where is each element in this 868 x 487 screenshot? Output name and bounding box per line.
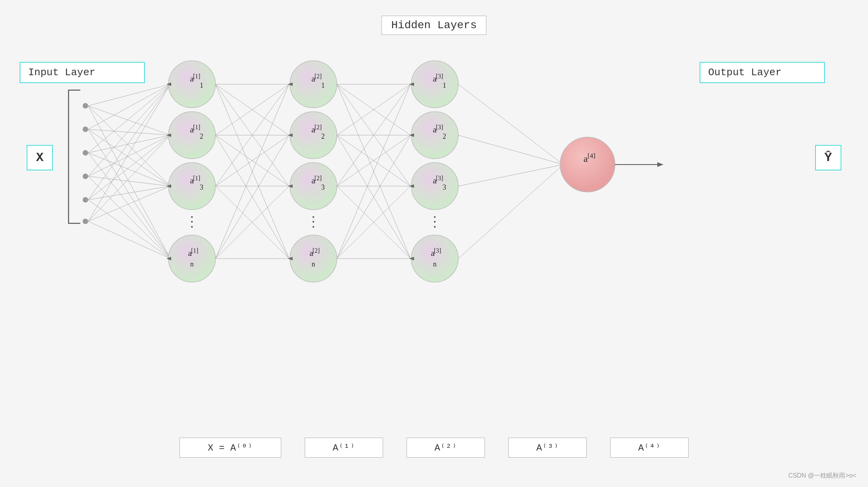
svg-line-97 [458,165,563,186]
svg-text:2: 2 [200,132,203,140]
l1-node-3 [168,163,215,210]
svg-text:2: 2 [321,132,325,140]
svg-line-9 [88,84,170,153]
svg-text:a: a [584,154,588,164]
l1-node-n [168,235,215,282]
svg-line-21 [88,84,170,221]
svg-line-16 [88,176,170,259]
input-node-4 [83,174,88,179]
svg-text:[4]: [4] [588,152,595,159]
bottom-label-a1: A⁽¹⁾ [305,438,383,458]
svg-text:[3]: [3] [436,124,443,130]
input-node-5 [83,197,88,203]
svg-text:[1]: [1] [193,73,201,80]
bottom-label-x: X = A⁽⁰⁾ [179,438,281,458]
svg-text:3: 3 [200,183,203,191]
svg-text:1: 1 [321,81,325,89]
l2-node-n [290,235,337,282]
svg-text:⋮: ⋮ [185,215,199,231]
svg-text:[1]: [1] [191,247,199,254]
l2-node-2 [290,112,337,159]
svg-line-1 [88,84,170,106]
svg-text:[3]: [3] [436,175,443,181]
l2-node-3 [290,163,337,210]
input-node-1 [83,103,88,109]
svg-text:⋮: ⋮ [428,215,442,231]
svg-line-14 [88,135,170,176]
l2-node-1 [290,61,337,108]
svg-line-8 [88,129,170,259]
input-node-3 [83,150,88,156]
svg-text:[3]: [3] [434,247,441,254]
svg-text:[2]: [2] [315,124,322,130]
svg-text:3: 3 [321,183,325,191]
svg-line-5 [88,84,170,129]
l3-node-1 [411,61,458,108]
l1-node-1 [168,61,215,108]
svg-line-3 [88,106,170,186]
svg-text:[3]: [3] [436,73,443,80]
svg-line-18 [88,135,170,200]
input-node-6 [83,219,88,224]
svg-text:[2]: [2] [313,247,320,254]
svg-text:⋮: ⋮ [306,215,320,231]
svg-line-22 [88,135,170,221]
svg-text:n: n [312,260,315,268]
svg-line-23 [88,186,170,221]
input-node-2 [83,127,88,132]
svg-text:[1]: [1] [193,175,201,181]
svg-text:[2]: [2] [315,73,322,80]
svg-line-95 [458,84,563,165]
bottom-labels-container: X = A⁽⁰⁾ A⁽¹⁾ A⁽²⁾ A⁽³⁾ A⁽⁴⁾ [0,438,868,458]
l3-node-2 [411,112,458,159]
svg-text:n: n [433,260,437,268]
main-container: Hidden Layers Input Layer Output Layer X… [0,0,868,487]
l1-to-l2-connections [215,84,289,259]
l3-to-output-connections [458,84,563,259]
network-diagram: a [1] 1 a [1] 2 a [1] 3 ⋮ a [1] n [0,0,868,487]
svg-line-2 [88,106,170,135]
svg-text:1: 1 [443,81,446,89]
svg-line-96 [458,135,563,165]
l3-node-n [411,235,458,282]
svg-line-24 [88,221,170,259]
svg-text:[1]: [1] [193,124,201,130]
bottom-label-a3: A⁽³⁾ [508,438,587,458]
l3-node-3 [411,163,458,210]
bottom-label-a2: A⁽²⁾ [407,438,485,458]
svg-line-98 [458,165,563,259]
svg-text:2: 2 [443,132,446,140]
bottom-label-a4: A⁽⁴⁾ [610,438,689,458]
svg-text:[2]: [2] [315,175,322,181]
svg-text:n: n [190,260,194,268]
input-to-l1-connections [88,84,170,259]
watermark: CSDN @一枕眠秋雨>o< [788,472,856,480]
svg-line-19 [88,186,170,200]
svg-text:1: 1 [200,81,203,89]
l1-node-2 [168,112,215,159]
output-node [560,137,615,192]
svg-line-12 [88,153,170,259]
l2-to-l3-connections [337,84,410,259]
svg-text:3: 3 [443,183,446,191]
